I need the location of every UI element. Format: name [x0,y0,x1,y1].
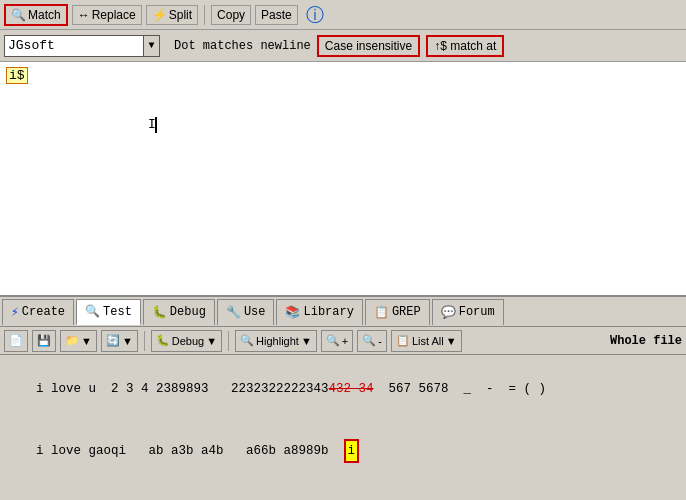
result-line-2: i love gaoqi ab a3b a4b a66b a8989b i [6,419,680,483]
forum-icon: 💬 [441,305,456,320]
create-icon: ⚡ [11,304,19,320]
debug-icon: 🐛 [152,305,167,320]
dot-matches-label: Dot matches newline [174,39,311,53]
top-toolbar: 🔍 Match ↔ Replace ⚡ Split Copy Paste ⓘ [0,0,686,30]
editor-cursor-char: I [148,117,156,132]
editor-area[interactable]: i$ I [0,62,686,297]
case-insensitive-button[interactable]: Case insensitive [317,35,420,57]
replace-icon: ↔ [78,8,90,22]
tabs-bar: ⚡ Create 🔍 Test 🐛 Debug 🔧 Use 📚 Library … [0,297,686,327]
editor-content: i$ [4,66,682,85]
test-icon: 🔍 [85,304,100,319]
copy-button[interactable]: Copy [211,5,251,25]
match-box-i: i [344,439,360,463]
debug-action-icon: 🐛 [156,334,170,347]
separator3 [228,331,229,351]
grep-icon: 📋 [374,305,389,320]
search-dropdown-arrow[interactable]: ▼ [144,35,160,57]
list-all-button[interactable]: 📋 List All ▼ [391,330,462,352]
highlight-button[interactable]: 🔍 Highlight ▼ [235,330,317,352]
debug-action-button[interactable]: 🐛 Debug ▼ [151,330,222,352]
match-at-button[interactable]: ↑$ match at [426,35,504,57]
open-button[interactable]: 📁 ▼ [60,330,97,352]
separator1 [204,5,205,25]
open-dropdown: ▼ [81,335,92,347]
navigate-icon: 🔄 [106,334,120,347]
tab-debug[interactable]: 🐛 Debug [143,299,215,325]
new-file-icon: 📄 [9,334,23,347]
tab-library[interactable]: 📚 Library [276,299,362,325]
new-file-button[interactable]: 📄 [4,330,28,352]
action-toolbar: 📄 💾 📁 ▼ 🔄 ▼ 🐛 Debug ▼ 🔍 Highlight ▼ 🔍 + … [0,327,686,355]
zoom-in-icon: 🔍 [326,334,340,347]
save-button[interactable]: 💾 [32,330,56,352]
zoom-out-button[interactable]: 🔍 - [357,330,387,352]
separator2 [144,331,145,351]
tab-forum[interactable]: 💬 Forum [432,299,504,325]
whole-file-label: Whole file [610,334,682,348]
save-icon: 💾 [37,334,51,347]
paste-button[interactable]: Paste [255,5,298,25]
match-button[interactable]: 🔍 Match [4,4,68,26]
result-line-1: i love u 2 3 4 2389893 2232322222343432 … [6,359,680,419]
strikethrough-text: 432 34 [329,382,374,396]
highlight-icon: 🔍 [240,334,254,347]
list-all-icon: 📋 [396,334,410,347]
zoom-in-button[interactable]: 🔍 + [321,330,353,352]
library-icon: 📚 [285,305,300,320]
replace-button[interactable]: ↔ Replace [72,5,142,25]
tab-create[interactable]: ⚡ Create [2,299,74,325]
tab-test[interactable]: 🔍 Test [76,299,141,325]
use-icon: 🔧 [226,305,241,320]
open-icon: 📁 [65,334,79,347]
search-input-container: ▼ [4,35,160,57]
split-button[interactable]: ⚡ Split [146,5,198,25]
tab-use[interactable]: 🔧 Use [217,299,275,325]
zoom-out-icon: 🔍 [362,334,376,347]
search-input[interactable] [4,35,144,57]
search-bar: ▼ Dot matches newline Case insensitive ↑… [0,30,686,62]
result-line-3: i love sxt ^ ^ ^ gaoqi gaoqi2 gaoqi222 2… [6,483,680,500]
match-icon: 🔍 [11,8,26,22]
split-icon: ⚡ [152,8,167,22]
tab-grep[interactable]: 📋 GREP [365,299,430,325]
editor-match-highlight: i$ [6,67,28,84]
results-area: i love u 2 3 4 2389893 2232322222343432 … [0,355,686,500]
info-circle-icon: ⓘ [306,3,324,27]
navigate-button[interactable]: 🔄 ▼ [101,330,138,352]
